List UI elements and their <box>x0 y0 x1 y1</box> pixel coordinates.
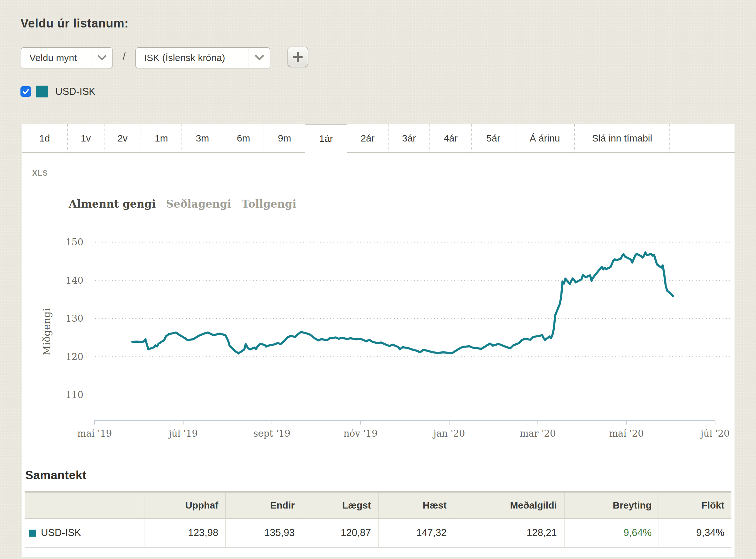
summary-col-endir: Endir <box>226 492 302 519</box>
series-label: USD-ISK <box>55 86 95 97</box>
x-tick-label: maí '19 <box>77 428 112 439</box>
x-tick-label: sept '19 <box>253 428 290 439</box>
range-tab-3m[interactable]: 3m <box>182 124 223 152</box>
x-tick-label: mar '20 <box>520 428 556 439</box>
summary-col-upphaf: Upphaf <box>144 492 226 519</box>
y-tick-label: 130 <box>66 313 83 324</box>
x-tick-label: nóv '19 <box>343 428 378 439</box>
x-tick-label: jan '20 <box>432 428 465 439</box>
range-tab-2ár[interactable]: 2ár <box>347 124 388 152</box>
summary-value-upphaf: 123,98 <box>144 518 226 547</box>
range-tab-1m[interactable]: 1m <box>141 124 182 152</box>
check-icon <box>22 88 30 96</box>
gengi-tab-seðlagengi[interactable]: Seðlagengi <box>166 198 231 210</box>
summary-row: USD-ISK123,98135,93120,87147,32128,219,6… <box>25 518 731 547</box>
range-tab-2v[interactable]: 2v <box>105 124 141 152</box>
chart-panel: 1d1v2v1m3m6m9m1ár2ár3ár4ár5árÁ árinuSlá … <box>22 124 735 557</box>
y-tick-label: 110 <box>66 389 83 400</box>
range-tab-3ár[interactable]: 3ár <box>388 124 430 152</box>
range-tab-1v[interactable]: 1v <box>68 124 105 152</box>
plus-icon <box>293 52 303 62</box>
chevron-down-icon <box>91 55 112 61</box>
summary-series-name-cell: USD-ISK <box>25 518 144 547</box>
range-tab-á-árinu[interactable]: Á árinu <box>515 124 575 152</box>
x-tick-label: júl '20 <box>699 428 730 439</box>
xls-export-link[interactable]: XLS <box>32 169 48 178</box>
summary-value-flökt: 9,34% <box>659 518 731 547</box>
summary-col-meðalgildi: Meðalgildi <box>454 492 564 519</box>
y-tick-label: 120 <box>66 351 83 362</box>
summary-value-meðalgildi: 128,21 <box>454 518 564 547</box>
summary-title: Samantekt <box>25 469 87 482</box>
page-title: Veldu úr listanum: <box>20 17 129 30</box>
series-color-swatch <box>29 530 36 537</box>
range-tab-4ár[interactable]: 4ár <box>430 124 472 152</box>
series-color-swatch <box>36 86 48 97</box>
summary-col-hæst: Hæst <box>378 492 454 519</box>
pair-separator: / <box>123 50 126 62</box>
gengi-tab-tollgengi[interactable]: Tollgengi <box>242 198 296 210</box>
chevron-down-icon <box>249 55 270 61</box>
range-tab-1d[interactable]: 1d <box>22 124 68 152</box>
range-tabs: 1d1v2v1m3m6m9m1ár2ár3ár4ár5árÁ árinuSlá … <box>22 124 735 153</box>
summary-value-hæst: 147,32 <box>378 518 454 547</box>
summary-col-flökt: Flökt <box>659 492 731 519</box>
y-tick-label: 150 <box>66 237 83 248</box>
range-tab-1ár[interactable]: 1ár <box>305 124 347 153</box>
exchange-rate-chart: 110120130140150Miðgengimaí '19júl '19sep… <box>22 124 735 492</box>
base-select-value: ISK (Íslensk króna) <box>136 52 249 63</box>
summary-col-name <box>25 492 144 519</box>
summary-table: UpphafEndirLægstHæstMeðalgildiBreytingFl… <box>25 491 731 547</box>
page: { "header": { "title": "Veldu úr listanu… <box>0 0 756 559</box>
range-tab-slá-inn-tímabil[interactable]: Slá inn tímabil <box>575 124 670 152</box>
x-tick-label: júl '19 <box>168 428 198 439</box>
range-tab-6m[interactable]: 6m <box>223 124 264 152</box>
range-tab-5ár[interactable]: 5ár <box>472 124 515 152</box>
summary-col-breyting: Breyting <box>564 492 659 519</box>
currency-select[interactable]: Veldu mynt <box>21 47 113 68</box>
series-name: USD-ISK <box>41 527 81 538</box>
base-currency-select[interactable]: ISK (Íslensk króna) <box>135 47 270 68</box>
range-tab-9m[interactable]: 9m <box>264 124 306 152</box>
summary-value-endir: 135,93 <box>226 518 302 547</box>
currency-select-value: Veldu mynt <box>21 52 91 63</box>
gengi-tabs: Almennt gengiSeðlagengiTollgengi <box>69 198 306 210</box>
summary-col-lægst: Lægst <box>302 492 378 519</box>
summary-value-lægst: 120,87 <box>302 518 378 547</box>
add-pair-button[interactable] <box>288 47 308 67</box>
gengi-tab-almennt-gengi[interactable]: Almennt gengi <box>69 198 156 210</box>
y-tick-label: 140 <box>66 275 83 286</box>
summary-value-breyting: 9,64% <box>564 518 659 547</box>
x-tick-label: maí '20 <box>609 428 644 439</box>
y-axis-title: Miðgengi <box>41 308 52 356</box>
series-checkbox[interactable] <box>20 86 31 97</box>
series-line-usd-isk <box>132 252 673 353</box>
